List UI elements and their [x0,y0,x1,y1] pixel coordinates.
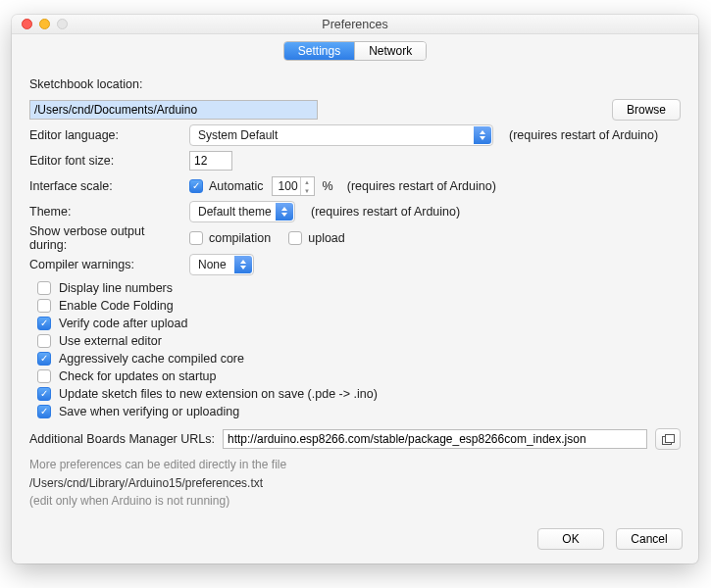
footer-note: More preferences can be edited directly … [29,456,681,511]
tab-network[interactable]: Network [354,42,426,60]
editor-font-label: Editor font size: [29,154,181,168]
display-line-numbers-checkbox[interactable]: Display line numbers [37,281,681,295]
save-when-verify-checkbox[interactable]: Save when verifying or uploading [37,405,681,418]
preferences-window: Preferences Settings Network Sketchbook … [12,15,698,564]
window-controls [22,19,68,29]
segmented-control: Settings Network [283,41,427,61]
close-icon[interactable] [22,19,32,29]
titlebar[interactable]: Preferences [12,15,698,34]
cancel-button[interactable]: Cancel [616,528,683,550]
enable-code-folding-checkbox[interactable]: Enable Code Folding [37,299,681,313]
verbose-compile-checkbox[interactable]: compilation [189,231,271,245]
editor-language-hint: (requires restart of Arduino) [509,128,658,142]
editor-language-label: Editor language: [29,128,181,142]
svg-rect-1 [665,434,674,442]
interface-scale-hint: (requires restart of Arduino) [347,179,496,193]
tab-settings[interactable]: Settings [284,42,354,60]
theme-select[interactable]: Default theme [189,201,295,222]
zoom-icon[interactable] [57,19,68,29]
verify-after-upload-checkbox[interactable]: Verify code after upload [37,317,681,330]
compiler-warnings-label: Compiler warnings: [29,258,181,271]
interface-scale-stepper[interactable]: 100▲▼ [272,176,315,196]
verbose-label: Show verbose output during: [29,224,181,252]
editor-font-input[interactable] [189,151,232,171]
update-sketch-files-checkbox[interactable]: Update sketch files to new extension on … [37,387,681,401]
content: Sketchbook location: Browse Editor langu… [12,68,698,520]
prefs-file-path[interactable]: /Users/cnd/Library/Arduino15/preferences… [29,474,681,493]
window-icon [662,434,675,445]
theme-label: Theme: [29,205,181,219]
automatic-checkbox[interactable]: Automatic [189,179,264,193]
minimize-icon[interactable] [39,19,50,29]
sketchbook-path-input[interactable] [29,100,318,120]
window-title: Preferences [12,18,698,31]
chevron-updown-icon [234,256,252,273]
browse-button[interactable]: Browse [612,99,681,121]
aggressive-cache-checkbox[interactable]: Aggressively cache compiled core [37,352,681,366]
tab-bar: Settings Network [12,34,698,68]
boards-url-label: Additional Boards Manager URLs: [29,432,215,446]
editor-language-select[interactable]: System Default [189,124,493,146]
dialog-buttons: OK Cancel [12,520,698,564]
chevron-updown-icon [276,203,293,220]
sketchbook-label: Sketchbook location: [29,77,216,91]
compiler-warnings-select[interactable]: None [189,254,254,275]
interface-scale-label: Interface scale: [29,179,181,193]
chevron-updown-icon [474,126,491,144]
ok-button[interactable]: OK [537,528,604,550]
check-updates-checkbox[interactable]: Check for updates on startup [37,369,681,383]
expand-urls-button[interactable] [655,428,681,450]
boards-url-input[interactable] [223,429,647,449]
verbose-upload-checkbox[interactable]: upload [288,231,345,245]
theme-hint: (requires restart of Arduino) [311,205,460,219]
use-external-editor-checkbox[interactable]: Use external editor [37,334,681,348]
